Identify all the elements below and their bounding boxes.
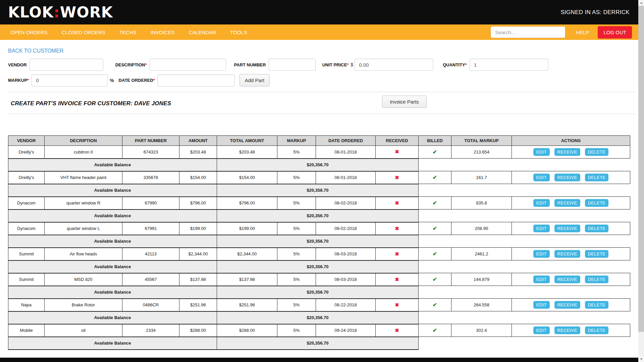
part-number-label: PART NUMBER bbox=[234, 62, 266, 67]
back-to-customer-link[interactable]: BACK TO CUSTOMER bbox=[8, 48, 63, 54]
col-header-date-ordered: DATE ORDERED bbox=[316, 136, 376, 146]
available-balance-label: Available Balance bbox=[8, 184, 217, 197]
page-content: BACK TO CUSTOMER VENDOR DESCRIPTION* PAR… bbox=[0, 40, 644, 350]
edit-button[interactable]: EDIT bbox=[533, 199, 550, 207]
nav-item-closed-orders[interactable]: CLOSED ORDERS bbox=[55, 29, 112, 35]
markup-label: MARKUP* bbox=[8, 78, 29, 83]
available-balance-value: $20,356.70 bbox=[217, 184, 419, 197]
logo-text-2: WORK bbox=[60, 4, 113, 21]
top-header-bar: KLOK:WORK SIGNED IN AS: DERRICK bbox=[0, 0, 644, 24]
delete-button[interactable]: DELETE bbox=[585, 199, 608, 207]
billed-cell: ✔ bbox=[419, 273, 451, 286]
receive-button[interactable]: RECEIVE bbox=[554, 148, 580, 156]
col-header-markup: MARKUP bbox=[277, 136, 316, 146]
description-input[interactable] bbox=[150, 59, 226, 71]
receive-button[interactable]: RECEIVE bbox=[554, 301, 580, 309]
scrollbar-thumb[interactable] bbox=[638, 6, 644, 332]
logout-button[interactable]: LOG OUT bbox=[598, 26, 632, 39]
receive-button[interactable]: RECEIVE bbox=[554, 276, 580, 283]
delete-button[interactable]: DELETE bbox=[585, 301, 608, 309]
help-link[interactable]: HELP bbox=[565, 29, 598, 35]
markup-cell: 5% bbox=[277, 248, 316, 260]
quantity-input[interactable] bbox=[470, 59, 548, 71]
billed-cell: ✔ bbox=[419, 248, 451, 260]
markup-cell: 5% bbox=[277, 222, 316, 235]
nav-item-calendar[interactable]: CALENDAR bbox=[181, 29, 223, 35]
edit-button[interactable]: EDIT bbox=[533, 225, 550, 232]
add-part-button[interactable]: Add Part bbox=[239, 74, 270, 86]
amount-cell: $137.98 bbox=[179, 273, 217, 286]
footer-bar bbox=[0, 358, 638, 362]
actions-cell: EDITRECEIVEDELETE bbox=[512, 197, 630, 209]
delete-button[interactable]: DELETE bbox=[585, 250, 608, 258]
actions-cell: EDITRECEIVEDELETE bbox=[512, 324, 630, 337]
available-balance-label: Available Balance bbox=[8, 260, 217, 273]
date-ordered-input[interactable] bbox=[158, 74, 235, 86]
delete-button[interactable]: DELETE bbox=[585, 174, 608, 181]
received-x-icon: ✖ bbox=[395, 226, 399, 231]
invoice-title: CREATE PART'S INVOICE FOR CUSTOMER: DAVE… bbox=[11, 100, 636, 107]
received-cell: ✖ bbox=[376, 248, 419, 260]
vendor-cell: Mobile bbox=[8, 324, 45, 337]
available-balance-value: $20,356.70 bbox=[217, 337, 419, 350]
nav-item-techs[interactable]: TECHS bbox=[112, 29, 144, 35]
total-amount-cell: $796.00 bbox=[217, 197, 277, 209]
available-balance-value: $20,356.70 bbox=[217, 159, 419, 171]
edit-button[interactable]: EDIT bbox=[533, 326, 550, 334]
receive-button[interactable]: RECEIVE bbox=[554, 225, 580, 232]
col-header-decription: DECRIPTION bbox=[45, 136, 122, 146]
receive-button[interactable]: RECEIVE bbox=[554, 250, 580, 258]
amount-cell: $154.00 bbox=[179, 171, 217, 184]
edit-button[interactable]: EDIT bbox=[533, 148, 550, 156]
part-row: Oreilly'sVHT flame header paint335678$15… bbox=[8, 171, 630, 184]
delete-button[interactable]: DELETE bbox=[585, 326, 608, 334]
edit-button[interactable]: EDIT bbox=[533, 250, 550, 258]
signed-in-status: SIGNED IN AS: DERRICK bbox=[560, 9, 630, 16]
search-input[interactable] bbox=[491, 26, 565, 38]
billed-check-icon: ✔ bbox=[433, 226, 437, 231]
currency-prefix: $ bbox=[351, 62, 353, 67]
unit-price-input[interactable] bbox=[355, 59, 433, 71]
receive-button[interactable]: RECEIVE bbox=[554, 326, 580, 334]
date-ordered-cell: 08-01-2018 bbox=[316, 171, 376, 184]
billed-check-icon: ✔ bbox=[433, 251, 437, 257]
vendor-input[interactable] bbox=[30, 59, 103, 71]
received-cell: ✖ bbox=[376, 197, 419, 209]
date-ordered-cell: 09-24-2018 bbox=[316, 324, 376, 337]
part-row: SummitAir flow heads42113$2,344.00$2,344… bbox=[8, 248, 630, 260]
vertical-scrollbar[interactable] bbox=[638, 0, 644, 362]
total-amount-cell: $154.00 bbox=[217, 171, 277, 184]
col-header-part-number: PART NUMBER bbox=[122, 136, 179, 146]
nav-item-open-orders[interactable]: OPEN ORDERS bbox=[3, 29, 55, 35]
part-number-cell: 335678 bbox=[122, 171, 179, 184]
billed-check-icon: ✔ bbox=[433, 200, 437, 206]
receive-button[interactable]: RECEIVE bbox=[554, 199, 580, 207]
markup-cell: 5% bbox=[277, 171, 316, 184]
delete-button[interactable]: DELETE bbox=[585, 225, 608, 232]
available-balance-row: Available Balance$20,356.70 bbox=[8, 209, 630, 222]
received-x-icon: ✖ bbox=[395, 200, 399, 206]
edit-button[interactable]: EDIT bbox=[533, 301, 550, 309]
received-cell: ✖ bbox=[376, 171, 419, 184]
part-number-input[interactable] bbox=[269, 59, 316, 71]
total-markup-cell: 144.879 bbox=[451, 273, 512, 286]
parts-table: VENDORDECRIPTIONPART NUMBERAMOUNTTOTAL A… bbox=[8, 135, 630, 350]
nav-item-tools[interactable]: TOOLS bbox=[223, 29, 254, 35]
scroll-up-button[interactable] bbox=[638, 0, 644, 6]
markup-input[interactable] bbox=[32, 74, 108, 86]
delete-button[interactable]: DELETE bbox=[585, 276, 608, 283]
nav-item-invoices[interactable]: INVOICES bbox=[144, 29, 182, 35]
invoice-parts-button[interactable]: Invoice Parts bbox=[382, 96, 427, 108]
available-balance-label: Available Balance bbox=[8, 311, 217, 324]
scroll-down-button[interactable] bbox=[638, 356, 644, 362]
delete-button[interactable]: DELETE bbox=[585, 148, 608, 156]
date-ordered-cell: 08-02-2018 bbox=[316, 197, 376, 209]
edit-button[interactable]: EDIT bbox=[533, 276, 550, 283]
edit-button[interactable]: EDIT bbox=[533, 174, 550, 181]
actions-cell: EDITRECEIVEDELETE bbox=[512, 171, 630, 184]
received-cell: ✖ bbox=[376, 324, 419, 337]
vendor-cell: Oreilly's bbox=[8, 171, 45, 184]
available-balance-spacer bbox=[419, 260, 630, 273]
available-balance-label: Available Balance bbox=[8, 235, 217, 248]
receive-button[interactable]: RECEIVE bbox=[554, 174, 580, 181]
